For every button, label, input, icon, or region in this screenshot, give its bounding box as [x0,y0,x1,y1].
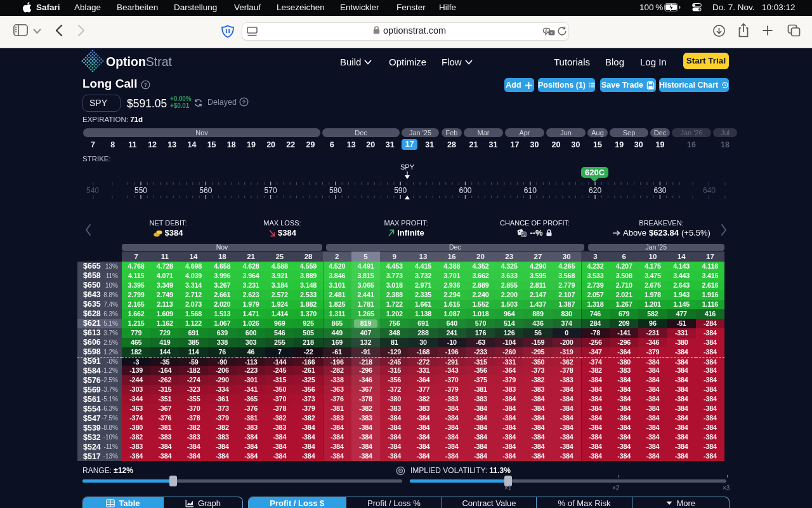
svg-text:x: x [551,30,553,35]
svg-text:A: A [545,29,548,33]
